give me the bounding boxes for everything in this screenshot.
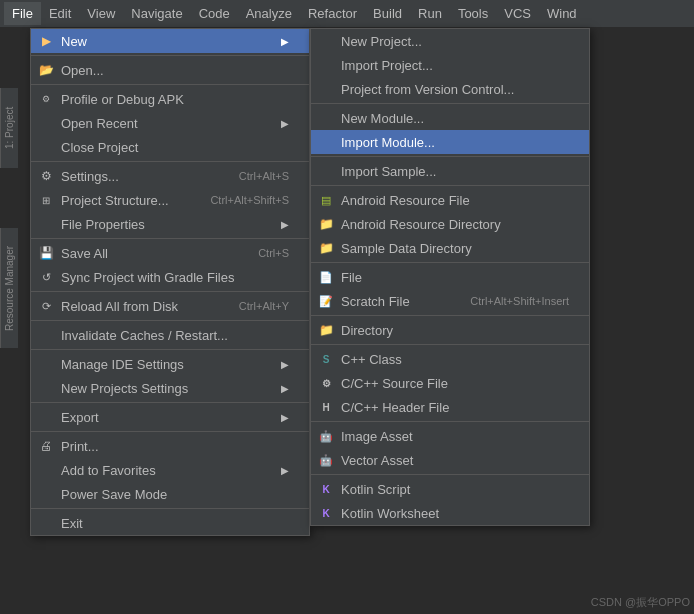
menu-navigate[interactable]: Navigate [123, 2, 190, 25]
open-recent-arrow: ▶ [281, 118, 289, 129]
kotlin-script-icon: K [317, 480, 335, 498]
project-structure-icon: ⊞ [37, 191, 55, 209]
favorites-arrow: ▶ [281, 465, 289, 476]
file-menu-close-project[interactable]: Close Project [31, 135, 309, 159]
separator [311, 103, 589, 104]
new-submenu-kotlin-script[interactable]: K Kotlin Script [311, 477, 589, 501]
new-submenu-import-sample[interactable]: Import Sample... [311, 159, 589, 183]
save-all-shortcut: Ctrl+S [238, 247, 289, 259]
file-menu-dropdown: ▶ New ▶ 📂 Open... ⚙ Profile or Debug APK… [30, 28, 310, 536]
new-icon: ▶ [37, 32, 55, 50]
new-submenu-project-vcs[interactable]: Project from Version Control... [311, 77, 589, 101]
invalidate-icon [37, 326, 55, 344]
project-vcs-icon [317, 80, 335, 98]
save-all-icon: 💾 [37, 244, 55, 262]
menu-build[interactable]: Build [365, 2, 410, 25]
separator [31, 84, 309, 85]
settings-shortcut: Ctrl+Alt+S [219, 170, 289, 182]
separator [311, 185, 589, 186]
file-menu-open-recent[interactable]: Open Recent ▶ [31, 111, 309, 135]
file-menu-reload[interactable]: ⟳ Reload All from Disk Ctrl+Alt+Y [31, 294, 309, 318]
scratch-file-shortcut: Ctrl+Alt+Shift+Insert [450, 295, 569, 307]
file-menu-profile[interactable]: ⚙ Profile or Debug APK [31, 87, 309, 111]
file-menu-new[interactable]: ▶ New ▶ [31, 29, 309, 53]
manage-ide-arrow: ▶ [281, 359, 289, 370]
file-menu-export[interactable]: Export ▶ [31, 405, 309, 429]
new-submenu-cpp-header[interactable]: H C/C++ Header File [311, 395, 589, 419]
separator [31, 431, 309, 432]
exit-icon [37, 514, 55, 532]
resource-manager-label: Resource Manager [0, 228, 18, 348]
file-menu-manage-ide[interactable]: Manage IDE Settings ▶ [31, 352, 309, 376]
close-project-icon [37, 138, 55, 156]
new-submenu-new-module[interactable]: New Module... [311, 106, 589, 130]
cpp-header-icon: H [317, 398, 335, 416]
power-save-icon [37, 485, 55, 503]
import-sample-icon [317, 162, 335, 180]
new-submenu-sample-data-dir[interactable]: 📁 Sample Data Directory [311, 236, 589, 260]
import-module-icon [317, 133, 335, 151]
new-submenu-new-project[interactable]: New Project... [311, 29, 589, 53]
separator [31, 402, 309, 403]
file-menu-invalidate[interactable]: Invalidate Caches / Restart... [31, 323, 309, 347]
manage-ide-icon [37, 355, 55, 373]
menu-code[interactable]: Code [191, 2, 238, 25]
separator [31, 55, 309, 56]
separator [311, 421, 589, 422]
file-menu-sync[interactable]: ↺ Sync Project with Gradle Files [31, 265, 309, 289]
file-menu-project-structure[interactable]: ⊞ Project Structure... Ctrl+Alt+Shift+S [31, 188, 309, 212]
kotlin-worksheet-icon: K [317, 504, 335, 522]
new-submenu-directory[interactable]: 📁 Directory [311, 318, 589, 342]
menu-tools[interactable]: Tools [450, 2, 496, 25]
menu-run[interactable]: Run [410, 2, 450, 25]
new-submenu-vector-asset[interactable]: 🤖 Vector Asset [311, 448, 589, 472]
file-menu-save-all[interactable]: 💾 Save All Ctrl+S [31, 241, 309, 265]
open-icon: 📂 [37, 61, 55, 79]
separator [311, 344, 589, 345]
menu-window[interactable]: Wind [539, 2, 585, 25]
new-projects-arrow: ▶ [281, 383, 289, 394]
project-structure-shortcut: Ctrl+Alt+Shift+S [190, 194, 289, 206]
menu-refactor[interactable]: Refactor [300, 2, 365, 25]
new-submenu-image-asset[interactable]: 🤖 Image Asset [311, 424, 589, 448]
menu-analyze[interactable]: Analyze [238, 2, 300, 25]
directory-icon: 📁 [317, 321, 335, 339]
cpp-source-icon: ⚙ [317, 374, 335, 392]
file-menu-add-favorites[interactable]: Add to Favorites ▶ [31, 458, 309, 482]
separator [31, 320, 309, 321]
scratch-file-icon: 📝 [317, 292, 335, 310]
file-properties-icon [37, 215, 55, 233]
open-recent-icon [37, 114, 55, 132]
separator [311, 315, 589, 316]
new-submenu-kotlin-worksheet[interactable]: K Kotlin Worksheet [311, 501, 589, 525]
new-submenu-cpp-source[interactable]: ⚙ C/C++ Source File [311, 371, 589, 395]
file-menu-exit[interactable]: Exit [31, 511, 309, 535]
new-projects-icon [37, 379, 55, 397]
separator [31, 161, 309, 162]
separator [31, 238, 309, 239]
new-submenu-cpp-class[interactable]: S C++ Class [311, 347, 589, 371]
new-submenu-scratch-file[interactable]: 📝 Scratch File Ctrl+Alt+Shift+Insert [311, 289, 589, 313]
reload-icon: ⟳ [37, 297, 55, 315]
menu-view[interactable]: View [79, 2, 123, 25]
new-submenu-android-resource-dir[interactable]: 📁 Android Resource Directory [311, 212, 589, 236]
export-arrow: ▶ [281, 412, 289, 423]
new-submenu-file[interactable]: 📄 File [311, 265, 589, 289]
new-submenu-import-module[interactable]: Import Module... [311, 130, 589, 154]
menu-vcs[interactable]: VCS [496, 2, 539, 25]
sample-data-dir-icon: 📁 [317, 239, 335, 257]
file-menu-power-save[interactable]: Power Save Mode [31, 482, 309, 506]
file-menu-new-projects-settings[interactable]: New Projects Settings ▶ [31, 376, 309, 400]
file-menu-print[interactable]: 🖨 Print... [31, 434, 309, 458]
file-menu-settings[interactable]: ⚙ Settings... Ctrl+Alt+S [31, 164, 309, 188]
new-submenu-import-project[interactable]: Import Project... [311, 53, 589, 77]
separator [31, 508, 309, 509]
separator [311, 156, 589, 157]
reload-shortcut: Ctrl+Alt+Y [219, 300, 289, 312]
menu-edit[interactable]: Edit [41, 2, 79, 25]
file-menu-file-properties[interactable]: File Properties ▶ [31, 212, 309, 236]
file-menu-open[interactable]: 📂 Open... [31, 58, 309, 82]
menu-file[interactable]: File [4, 2, 41, 25]
new-submenu-android-resource-file[interactable]: ▤ Android Resource File [311, 188, 589, 212]
separator [311, 262, 589, 263]
